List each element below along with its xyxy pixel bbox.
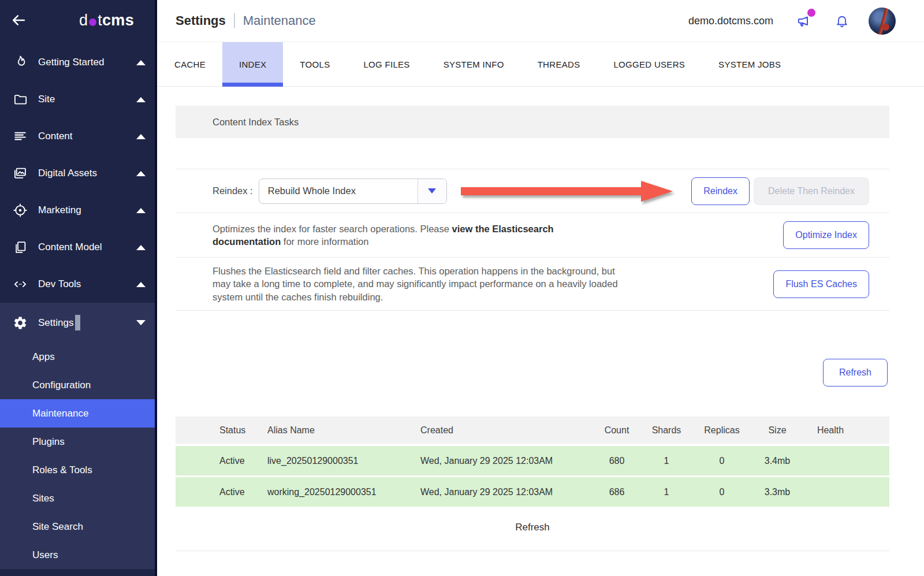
announcements-button[interactable] [795,13,811,29]
sidebar-item-dev-tools[interactable]: Dev Tools [0,266,155,303]
sidebar-item-plugins[interactable]: Plugins [0,428,155,456]
avatar[interactable] [869,8,896,35]
reindex-row: Reindex : Rebuild Whole Index Reindex De… [176,169,889,213]
cell-alias: live_20250129000351 [254,456,411,466]
optimize-description: Optimizes the index for faster search op… [213,222,582,248]
sidebar-item-label: Content Model [38,241,102,253]
cell-size: 3.4mb [751,456,804,466]
table-row[interactable]: Active working_20250129000351 Wed, Janua… [176,477,889,507]
reindex-button[interactable]: Reindex [691,177,750,205]
site-selector[interactable]: demo.dotcms.com [688,15,773,27]
title-divider [234,13,235,28]
sidebar-item-sites[interactable]: Sites [0,484,155,512]
reindex-strategy-dropdown[interactable]: Rebuild Whole Index [259,179,447,204]
logo-dot-icon [89,18,96,26]
gear-icon [13,315,28,330]
back-arrow-icon[interactable] [10,12,28,29]
sidebar: d t cms Getting Started Sit [0,0,157,576]
reindex-label: Reindex : [213,185,253,196]
sidebar-item-roles-tools[interactable]: Roles & Tools [0,456,155,484]
tab-system-info[interactable]: SYSTEM INFO [427,42,521,86]
sidebar-item-label: Content [38,131,73,142]
sidebar-item-label: Getting Started [38,57,104,68]
cell-replicas: 0 [693,456,751,466]
flush-description: Flushes the Elasticsearch field and filt… [213,265,623,304]
toolbar-right: demo.dotcms.com [688,8,896,35]
tab-system-jobs[interactable]: SYSTEM JOBS [702,42,798,86]
settings-submenu: Apps Configuration Maintenance Plugins R… [0,343,155,569]
chevron-up-icon [136,134,146,139]
cell-size: 3.3mb [751,487,804,497]
sidebar-item-label: Marketing [38,205,81,216]
tab-log-files[interactable]: LOG FILES [346,42,426,86]
page-subtitle: Maintenance [243,13,316,28]
logo-text: d [79,12,88,29]
sidebar-item-users[interactable]: Users [0,541,155,569]
flush-es-caches-button[interactable]: Flush ES Caches [773,270,869,298]
col-created: Created [411,425,594,436]
chevron-up-icon [136,60,146,65]
cell-shards: 1 [640,456,693,466]
notification-dot [807,9,815,17]
sidebar-item-content[interactable]: Content [0,118,155,155]
tab-tools[interactable]: TOOLS [283,42,346,86]
copy-icon [13,240,28,255]
sidebar-item-label: Settings [38,317,73,329]
tab-threads[interactable]: THREADS [521,42,597,86]
sidebar-item-digital-assets[interactable]: Digital Assets [0,155,155,192]
col-replicas: Replicas [693,425,751,436]
logo-text: t [98,12,102,29]
dotcms-logo: d t cms [79,12,134,29]
sidebar-item-marketing[interactable]: Marketing [0,192,155,229]
sidebar-item-site-search[interactable]: Site Search [0,512,155,541]
table-header: Status Alias Name Created Count Shards R… [176,417,889,444]
code-icon [13,277,28,292]
cell-created: Wed, January 29 2025 12:03AM [411,487,594,497]
sidebar-item-apps[interactable]: Apps [0,343,155,371]
sidebar-nav: Getting Started Site Content [0,40,155,303]
sidebar-item-settings[interactable]: Settings [0,303,155,343]
content-lines-icon [13,129,28,144]
tab-bar: CACHE INDEX TOOLS LOG FILES SYSTEM INFO … [157,42,924,87]
cell-count: 680 [594,456,640,466]
optimize-text: for more information [281,236,368,247]
refresh-link-wrap: Refresh [176,522,889,533]
cell-status: Active [176,456,254,466]
chevron-up-icon [136,208,146,213]
cell-status: Active [176,487,254,497]
col-status: Status [176,425,254,436]
chevron-down-icon [428,188,436,194]
refresh-button[interactable]: Refresh [823,359,888,387]
col-size: Size [751,425,804,436]
optimize-index-button[interactable]: Optimize Index [783,221,869,249]
sidebar-item-configuration[interactable]: Configuration [0,371,155,399]
sidebar-item-label: Digital Assets [38,168,97,179]
cell-count: 686 [594,487,640,497]
flame-icon [13,55,28,70]
tab-cache[interactable]: CACHE [158,42,222,86]
sidebar-item-getting-started[interactable]: Getting Started [0,44,155,81]
red-arrow-annotation [461,180,673,203]
sidebar-item-content-model[interactable]: Content Model [0,229,155,266]
notifications-bell-button[interactable] [834,13,850,28]
delete-then-reindex-button[interactable]: Delete Then Reindex [754,177,869,205]
dropdown-value: Rebuild Whole Index [259,179,418,203]
table-row[interactable]: Active live_20250129000351 Wed, January … [176,446,889,475]
chevron-up-icon [136,282,146,287]
toolbar: Settings Maintenance demo.dotcms.com [157,0,924,42]
tab-index[interactable]: INDEX [222,42,283,86]
tab-logged-users[interactable]: LOGGED USERS [597,42,702,86]
target-icon [13,203,28,218]
page-title: Settings [176,13,226,28]
sidebar-item-site[interactable]: Site [0,81,155,118]
cell-replicas: 0 [693,487,751,497]
dropdown-caret-box[interactable] [418,179,446,203]
col-alias: Alias Name [254,425,411,436]
refresh-link[interactable]: Refresh [515,522,550,533]
app-window: d t cms Getting Started Sit [0,0,924,576]
cell-shards: 1 [640,487,693,497]
sidebar-item-maintenance[interactable]: Maintenance [0,399,155,428]
panel-title: Content Index Tasks [213,117,299,128]
sidebar-item-label: Site [38,94,55,105]
optimize-text: Optimizes the index for faster search op… [213,224,452,234]
